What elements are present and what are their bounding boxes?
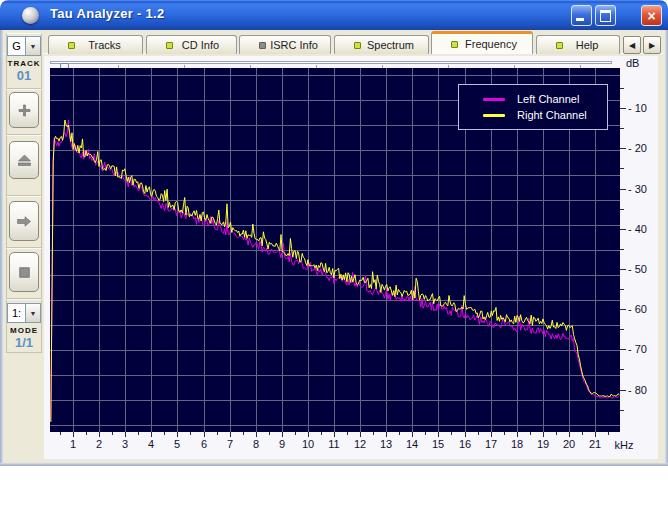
x-tick [465, 432, 466, 437]
track-label: TRACK [6, 59, 42, 68]
y-tick-label: - 40 [628, 223, 662, 235]
x-tick [164, 432, 165, 435]
khz-axis-unit: kHz [604, 439, 644, 451]
position-slider[interactable] [50, 61, 612, 64]
y-tick-label: - 80 [628, 384, 662, 396]
x-tick-label: 1 [63, 438, 83, 450]
x-tick-label: 8 [246, 438, 266, 450]
x-tick-label: 5 [167, 438, 187, 450]
x-tick [530, 432, 531, 435]
y-tick [620, 249, 624, 250]
group-select[interactable]: G ▼ [7, 36, 41, 56]
x-tick [569, 432, 570, 437]
x-tick-label: 9 [272, 438, 292, 450]
tab-led-icon [68, 42, 75, 49]
eject-button[interactable] [9, 141, 39, 179]
mode-label: MODE [6, 326, 42, 335]
y-tick [620, 128, 624, 129]
left-channel-swatch [483, 98, 505, 101]
tab-cd-info[interactable]: CD Info [146, 35, 237, 54]
y-tick [620, 349, 626, 350]
x-tick [595, 432, 596, 437]
y-tick-label: - 60 [628, 303, 662, 315]
tab-label: Help [563, 39, 611, 51]
x-tick [608, 432, 609, 435]
mode-select[interactable]: 1: ▼ [7, 303, 41, 323]
tab-help[interactable]: Help [536, 35, 620, 54]
minimize-button[interactable] [571, 5, 592, 26]
legend-label: Left Channel [517, 93, 579, 105]
x-tick [478, 432, 479, 435]
x-tick [360, 432, 361, 437]
x-tick [243, 432, 244, 435]
x-tick-label: 15 [428, 438, 448, 450]
x-tick [412, 432, 413, 437]
tab-frequency[interactable]: Frequency [431, 31, 533, 54]
eject-icon [18, 155, 31, 166]
y-tick-label: - 30 [628, 183, 662, 195]
plus-button[interactable] [9, 92, 39, 128]
frequency-chart: dB Left ChannelRight Channel - 10- 20- 3… [44, 56, 658, 459]
x-tick [556, 432, 557, 435]
mode-value: 1/1 [6, 335, 42, 350]
x-tick [438, 432, 439, 437]
y-tick [620, 168, 624, 169]
x-tick-label: 10 [298, 438, 318, 450]
mode-select-value: 1: [7, 303, 26, 323]
tab-spectrum[interactable]: Spectrum [334, 35, 429, 54]
stop-icon [19, 267, 30, 278]
app-icon [22, 7, 39, 24]
x-tick [230, 432, 231, 437]
x-tick [151, 432, 152, 437]
tab-label: ISRC Info [266, 39, 322, 51]
tab-scroll-prev-button[interactable]: ◀ [623, 36, 641, 54]
y-tick [620, 148, 626, 149]
x-tick-label: 21 [585, 438, 605, 450]
y-tick-label: - 70 [628, 343, 662, 355]
x-tick [125, 432, 126, 437]
x-tick [282, 432, 283, 437]
next-button[interactable] [9, 201, 39, 241]
close-button[interactable]: × [641, 5, 662, 26]
x-tick [177, 432, 178, 437]
tab-led-icon [166, 42, 173, 49]
y-tick [620, 410, 624, 411]
x-tick-label: 17 [481, 438, 501, 450]
y-tick [620, 189, 626, 190]
y-tick-label: - 20 [628, 142, 662, 154]
tab-label: Frequency [458, 38, 524, 50]
plus-icon [18, 104, 31, 117]
tab-scroll-next-button[interactable]: ▶ [643, 36, 661, 54]
x-tick [295, 432, 296, 435]
legend-right-channel: Right Channel [483, 107, 607, 123]
title-bar: Tau Analyzer - 1.2 × [0, 0, 668, 30]
stop-button[interactable] [9, 252, 39, 292]
x-tick [269, 432, 270, 435]
window-border [0, 463, 668, 466]
tab-label: Tracks [75, 39, 134, 51]
tab-isrc-info[interactable]: ISRC Info [239, 35, 331, 54]
tab-led-icon [354, 42, 361, 49]
x-tick [190, 432, 191, 435]
maximize-button[interactable] [595, 5, 616, 26]
x-tick [517, 432, 518, 437]
arrow-left-icon: ◀ [629, 41, 635, 50]
x-tick-label: 6 [194, 438, 214, 450]
x-tick [582, 432, 583, 435]
x-tick [504, 432, 505, 435]
x-tick-label: 3 [115, 438, 135, 450]
x-tick [204, 432, 205, 437]
track-number: 01 [6, 68, 42, 83]
x-tick [86, 432, 87, 435]
chevron-down-icon[interactable]: ▼ [26, 303, 41, 323]
y-tick [620, 369, 624, 370]
y-tick [620, 269, 626, 270]
chevron-down-icon[interactable]: ▼ [26, 36, 41, 56]
x-tick [334, 432, 335, 437]
x-tick-label: 4 [141, 438, 161, 450]
x-tick-label: 14 [402, 438, 422, 450]
tab-tracks[interactable]: Tracks [48, 35, 143, 54]
x-tick-label: 2 [89, 438, 109, 450]
tab-label: Spectrum [361, 39, 420, 51]
x-tick [138, 432, 139, 435]
